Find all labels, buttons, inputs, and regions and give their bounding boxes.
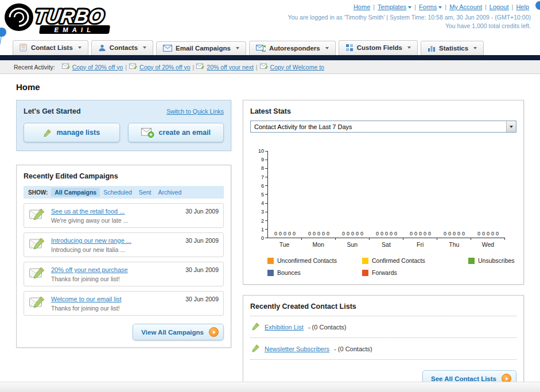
nav-tab-label: Contact Lists (31, 44, 73, 51)
filter-all-campaigns[interactable]: All Campaigns (51, 188, 100, 197)
nav-tab-contact-lists[interactable]: Contact Lists (13, 40, 88, 55)
custom-fields-icon (345, 44, 353, 52)
pencil-icon (43, 129, 52, 137)
recent-activity-item: Copy of Welcome to (260, 63, 324, 71)
get-started-panel: Let's Get Started Switch to Quick Links … (16, 100, 231, 151)
bar-value-label: 0 (444, 231, 446, 236)
filter-scheduled[interactable]: Scheduled (100, 188, 135, 197)
nav-tab-label: Email Campaigns (176, 45, 231, 52)
contact-lists-icon (20, 44, 28, 52)
email-edit-icon (29, 236, 46, 251)
contact-lists-panel: Recently Created Contact Lists Exhibitio… (243, 295, 524, 392)
contact-list-row[interactable]: Exhibition List- (0 Contacts) (250, 316, 516, 338)
header-link-logout[interactable]: Logout (490, 3, 509, 10)
header-link-my-account[interactable]: My Account (449, 3, 482, 10)
contact-list-row[interactable]: Newsletter Subscribers- (0 Contacts) (250, 338, 516, 360)
contact-lists-list: Exhibition List- (0 Contacts)Newsletter … (250, 316, 516, 360)
recent-activity-item: 20% off your next (196, 63, 254, 71)
recent-activity-link[interactable]: Copy of 20% off yo (72, 64, 123, 71)
campaign-row[interactable]: 20% off your next purchaseThanks for joi… (24, 262, 224, 286)
see-all-contact-lists-label: See All Contact Lists (431, 375, 496, 382)
contact-list-link[interactable]: Exhibition List (265, 324, 304, 331)
campaign-link[interactable]: 20% off your next purchase (51, 266, 128, 273)
separator: | (373, 3, 375, 10)
bar-value-label: 0 (342, 231, 345, 236)
separator: | (414, 3, 416, 10)
switch-quick-links-link[interactable]: Switch to Quick Links (166, 108, 224, 115)
legend-item: Confirmed Contacts (362, 257, 468, 264)
email-edit-icon (129, 63, 137, 71)
header-link-templates[interactable]: Templates (378, 3, 411, 10)
chart-group: 00000 (302, 151, 336, 238)
bar-value-label: 0 (491, 231, 494, 236)
contact-list-detail: - (0 Contacts) (334, 346, 372, 352)
pencil-icon (251, 322, 260, 332)
campaign-date: 30 Jun 2009 (185, 207, 219, 215)
separator: | (445, 3, 446, 10)
main-nav: Contact ListsContactsEmail CampaignsAuto… (0, 38, 540, 55)
nav-tab-autoresponders[interactable]: Autoresponders (249, 41, 336, 55)
arrow-right-icon (209, 327, 219, 337)
campaign-link[interactable]: Introducing our new range ... (51, 237, 131, 244)
campaign-filter-bar: SHOW: All CampaignsScheduledSentArchived (24, 186, 224, 199)
campaign-row[interactable]: See us at the retail food ...We're givin… (24, 203, 224, 228)
bar-value-label: 0 (482, 231, 485, 236)
nav-tab-statistics[interactable]: Statistics (421, 41, 484, 55)
chevron-down-icon (143, 46, 146, 49)
contact-list-link[interactable]: Newsletter Subscribers (265, 346, 329, 352)
manage-lists-button[interactable]: manage lists (24, 123, 120, 142)
x-tick-label: Wed (471, 241, 505, 248)
recent-activity-label: Recent Activity: (14, 64, 55, 71)
campaign-link[interactable]: Welcome to our email list (51, 296, 122, 302)
bar-value-label: 0 (351, 231, 354, 236)
chart-y-axis: 109876543210 (255, 151, 267, 238)
credits-info: You have 1,000 total credits left. (288, 22, 531, 29)
bar-value-label: 0 (322, 231, 325, 236)
nav-tab-email-campaigns[interactable]: Email Campaigns (156, 41, 246, 55)
filter-sent[interactable]: Sent (135, 188, 155, 197)
filter-archived[interactable]: Archived (154, 188, 185, 197)
chart-group: 00000 (336, 151, 370, 238)
header: TURBOTURBOEMAIL Home|Templates|Forms|My … (0, 0, 540, 38)
campaign-row[interactable]: Welcome to our email listThanks for join… (24, 291, 224, 316)
campaign-list: See us at the retail food ...We're givin… (24, 203, 224, 316)
header-link-help[interactable]: Help (516, 3, 529, 10)
page-footer (0, 382, 540, 392)
view-all-campaigns-button[interactable]: View All Campaigns (133, 324, 224, 340)
help-balloon-icon (535, 1, 540, 10)
recent-activity-link[interactable]: Copy of 20% off yo (139, 64, 191, 71)
statistics-icon (428, 44, 436, 52)
recent-activity-link[interactable]: Copy of Welcome to (270, 64, 324, 71)
latest-stats-panel: Latest Stats Contact Activity for the La… (243, 100, 524, 285)
bar-value-label: 0 (453, 231, 456, 236)
bar-value-label: 0 (283, 231, 286, 236)
bar-value-label: 0 (327, 231, 329, 236)
chart-group: 00000 (268, 151, 302, 238)
chevron-down-icon (236, 47, 239, 49)
login-info: You are logged in as 'Timothy Smith' | S… (288, 14, 531, 21)
campaign-subtitle: Thanks for joining our list! (51, 275, 180, 282)
stats-period-select[interactable]: Contact Activity for the Last 7 Days (250, 121, 516, 133)
svg-text:EMAIL: EMAIL (54, 26, 95, 33)
nav-tab-label: Contacts (110, 44, 138, 51)
recent-activity-link[interactable]: 20% off your next (207, 64, 254, 71)
nav-tab-contacts[interactable]: Contacts (91, 40, 153, 55)
email-edit-icon (260, 63, 268, 71)
campaign-link[interactable]: See us at the retail food ... (51, 208, 125, 215)
campaign-row[interactable]: Introducing our new range ...Introducing… (24, 232, 224, 257)
pencil-icon (251, 344, 260, 354)
chevron-down-icon (408, 6, 411, 9)
bar-value-label: 0 (457, 231, 460, 236)
legend-item: Unconfirmed Contacts (267, 257, 362, 264)
campaign-date: 30 Jun 2009 (185, 266, 219, 273)
header-link-home[interactable]: Home (353, 3, 370, 10)
create-email-button[interactable]: create an email (128, 123, 224, 142)
bar-value-label: 0 (487, 231, 490, 236)
email-edit-icon (29, 266, 46, 281)
chevron-down-icon (473, 47, 477, 49)
header-link-forms[interactable]: Forms (419, 3, 442, 10)
create-email-label: create an email (159, 129, 211, 137)
nav-tab-custom-fields[interactable]: Custom Fields (339, 40, 418, 55)
bar-value-label: 0 (385, 231, 388, 236)
turbo-email-logo: TURBOTURBOEMAIL (3, 1, 141, 36)
